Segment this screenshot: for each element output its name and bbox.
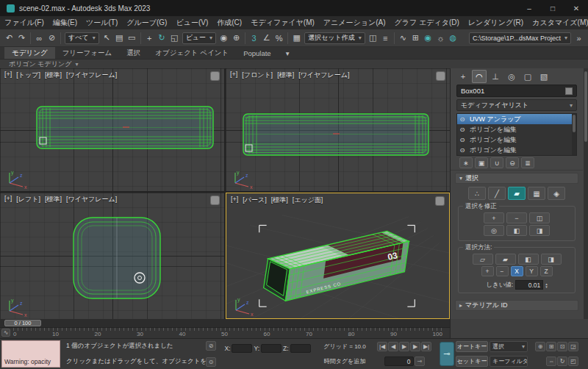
viewcube-icon[interactable] — [436, 197, 444, 205]
select-object-button[interactable]: ↖ — [101, 32, 113, 44]
object-name-field[interactable]: Box001 — [456, 85, 577, 97]
axis-y-toggle[interactable]: Y — [526, 266, 538, 276]
snap-toggle-button[interactable]: 3 — [248, 32, 260, 44]
redo-button[interactable]: ↷ — [15, 32, 28, 44]
tab-object-paint[interactable]: オブジェクト ペイント — [148, 47, 236, 59]
schematic-view-button[interactable]: ⊞ — [409, 32, 422, 44]
viewport-name-label[interactable]: [トップ] — [16, 71, 40, 80]
element-mode-button[interactable]: ▦ — [528, 187, 545, 200]
zoom-region-button[interactable]: ◲ — [568, 342, 578, 351]
vertex-mode-button[interactable]: ∴ — [468, 187, 486, 200]
edit-named-selections-button[interactable]: ▦ — [290, 32, 303, 44]
menu-views[interactable]: ビュー(V) — [171, 16, 212, 29]
viewport-shading-label[interactable]: [標準] — [271, 196, 288, 205]
select-by-name-button[interactable]: ▤ — [113, 32, 126, 44]
menu-graph-editors[interactable]: グラフ エディタ(D) — [390, 16, 464, 29]
render-button[interactable]: ◍ — [447, 32, 459, 44]
show-end-result-button[interactable]: ▣ — [475, 157, 488, 168]
undo-button[interactable]: ↶ — [3, 32, 15, 44]
modifier-list-dropdown[interactable]: モディファイヤリスト ▾ — [456, 99, 577, 111]
ribbon-minimize-icon[interactable]: ▾ — [279, 47, 297, 59]
modifier-enabled-icon[interactable]: ʘ — [460, 137, 467, 143]
close-button[interactable]: ✕ — [564, 0, 588, 16]
named-selection-sets-dropdown[interactable]: 選択セット作成 ▾ — [304, 32, 365, 44]
modifier-stack-item[interactable]: ʘ ポリゴンを編集 — [457, 124, 576, 135]
key-filters-button[interactable]: キーフィルタ... — [490, 356, 528, 367]
viewport-menu-plus[interactable]: [+] — [230, 71, 237, 80]
selection-rollout-header[interactable]: ▾ 選択 — [455, 173, 578, 184]
toolbar-overflow-button[interactable]: » — [573, 32, 585, 44]
angle-snap-button[interactable]: ∠ — [260, 32, 273, 44]
viewport-shading-label[interactable]: [エッジ面] — [293, 196, 323, 205]
tab-freeform[interactable]: フリーフォーム — [55, 47, 120, 59]
time-slider-track[interactable]: 0 / 100 — [0, 319, 450, 328]
select-by-color-button[interactable]: ◨ — [541, 254, 562, 265]
viewport-front[interactable]: [+] [フロント] [標準] [ワイヤフレーム] x y z — [226, 68, 450, 191]
ribbon-panel-strip[interactable]: ポリゴン モデリング ▾ — [0, 59, 588, 68]
edge-mode-button[interactable]: ╱ — [488, 187, 506, 200]
use-pivot-center-button[interactable]: ◉ — [218, 32, 230, 44]
set-keys-button[interactable]: ⊸ — [440, 342, 454, 366]
selection-filter-dropdown[interactable]: すべて ▾ — [65, 32, 99, 44]
polygon-mode-button[interactable]: ▰ — [508, 187, 526, 200]
menu-file[interactable]: ファイル(F) — [0, 16, 49, 29]
previous-frame-button[interactable]: ◀ — [388, 342, 398, 351]
coord-z-field[interactable] — [290, 344, 311, 353]
maximize-button[interactable]: □ — [541, 0, 564, 16]
command-panel-scrollbar[interactable] — [584, 68, 588, 319]
hierarchy-tab-icon[interactable]: ⊥ — [488, 70, 503, 83]
render-setup-button[interactable]: ☼ — [434, 32, 447, 44]
create-tab-icon[interactable]: + — [456, 70, 470, 83]
key-selection-dropdown[interactable]: 選択 ▾ — [490, 341, 528, 352]
viewport-shading-label[interactable]: [ワイヤフレーム] — [66, 195, 117, 204]
menu-group[interactable]: グループ(G) — [122, 16, 171, 29]
viewport-shading-label[interactable]: [標準] — [45, 195, 62, 204]
minimize-button[interactable]: – — [517, 0, 541, 16]
pan-button[interactable]: ⇔ — [546, 357, 556, 366]
ring-selection-button[interactable]: ◫ — [529, 212, 550, 223]
object-color-swatch[interactable] — [565, 87, 573, 95]
selection-lock-toggle[interactable]: ⊘ — [206, 341, 216, 351]
viewport-shading-label[interactable]: [標準] — [277, 71, 294, 80]
menu-tools[interactable]: ツール(T) — [82, 16, 122, 29]
select-minus-button[interactable]: − — [496, 266, 509, 276]
viewport-menu-plus[interactable]: [+] — [4, 71, 12, 80]
loop-selection-button[interactable]: ◎ — [484, 225, 504, 236]
material-id-rollout-header[interactable]: ▸ マテリアル ID — [455, 300, 578, 311]
tab-selection[interactable]: 選択 — [119, 47, 148, 59]
mirror-button[interactable]: ◫ — [367, 32, 379, 44]
modifier-stack-item[interactable]: ʘ ポリゴンを編集 — [457, 135, 576, 145]
auto-key-button[interactable]: オートキー — [456, 341, 488, 352]
menu-create[interactable]: 作成(C) — [212, 16, 246, 29]
curve-editor-button[interactable]: ∿ — [397, 32, 409, 44]
orbit-button[interactable]: ↻ — [557, 357, 567, 366]
select-and-link-button[interactable]: ∞ — [33, 32, 46, 44]
reference-coordinate-dropdown[interactable]: ビュー ▾ — [182, 32, 216, 44]
modifier-enabled-icon[interactable]: ʘ — [460, 116, 467, 123]
modifier-stack-item[interactable]: ʘ ポリゴンを編集 — [457, 145, 576, 155]
key-mode-toggle[interactable]: ⊸ — [415, 357, 425, 366]
selection-region-button[interactable]: ▭ — [126, 32, 138, 44]
axis-x-toggle[interactable]: X — [511, 266, 523, 276]
utilities-tab-icon[interactable]: ▧ — [537, 70, 551, 83]
coord-y-field[interactable] — [261, 344, 282, 353]
set-key-button[interactable]: セットキー — [456, 356, 488, 367]
maximize-viewport-button[interactable]: ◰ — [568, 357, 578, 366]
viewport-name-label[interactable]: [レフト] — [16, 195, 40, 204]
menu-edit[interactable]: 編集(E) — [49, 16, 82, 29]
viewport-shading-label[interactable]: [ワイヤフレーム] — [66, 71, 117, 80]
tab-populate[interactable]: Populate — [236, 47, 279, 59]
menu-customize[interactable]: カスタマイズ(M) — [528, 16, 588, 29]
viewport-menu-plus[interactable]: [+] — [231, 196, 238, 205]
grow-selection-button[interactable]: + — [484, 212, 504, 223]
absolute-offset-toggle[interactable]: ⊙ — [206, 357, 216, 367]
threshold-spinner[interactable]: ▴▾ — [545, 282, 548, 288]
viewport-perspective[interactable]: 03 EXPRESS CO [+] [パース] [標準] [エッジ面] x y … — [226, 193, 450, 319]
mini-curve-editor-button[interactable]: ∿ — [1, 329, 10, 337]
unlink-selection-button[interactable]: ⊘ — [46, 32, 58, 44]
pin-stack-button[interactable]: ∗ — [459, 157, 473, 168]
menu-modifiers[interactable]: モディファイヤ(M) — [246, 16, 319, 29]
material-editor-button[interactable]: ◉ — [422, 32, 434, 44]
viewcube-icon[interactable] — [437, 72, 445, 80]
play-button[interactable]: ▶ — [399, 342, 409, 351]
